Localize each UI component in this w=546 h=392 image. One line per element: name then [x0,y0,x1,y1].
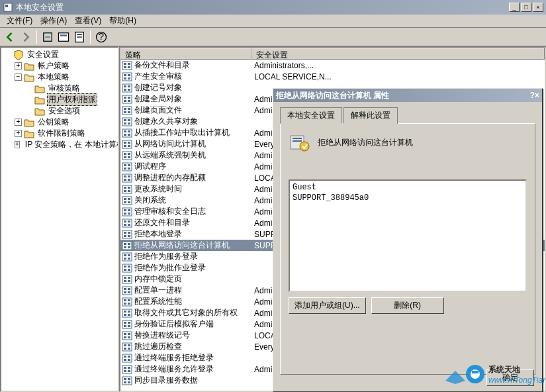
expand-icon[interactable]: + [15,141,20,148]
policy-icon [122,151,132,160]
svg-rect-151 [122,377,132,385]
svg-rect-153 [128,378,130,380]
folder-icon [34,106,45,117]
expand-icon[interactable]: + [15,130,22,137]
user-item[interactable]: SUPPORT_388945a0 [291,193,524,203]
svg-rect-102 [124,266,126,268]
collapse-icon[interactable]: − [15,74,22,81]
policy-name: 配置系统性能 [134,296,182,307]
add-user-button[interactable]: 添加用户或组(U)... [289,297,366,314]
svg-rect-142 [124,356,126,358]
policy-icon [122,219,132,228]
users-listbox[interactable]: GuestSUPPORT_388945a0 [289,179,527,292]
svg-rect-93 [128,243,130,245]
dialog-tabs: 本地安全设置 解释此设置 [280,107,535,124]
policy-icon [122,297,132,307]
svg-rect-50 [128,145,130,147]
refresh-button[interactable] [56,30,71,44]
folder-icon [34,83,45,94]
svg-rect-152 [124,378,126,380]
export-button[interactable] [40,30,55,44]
tab-local-security[interactable]: 本地安全设置 [280,107,342,124]
svg-rect-81 [122,219,132,227]
tree-account-policy[interactable]: + 帐户策略 [3,60,116,72]
policy-icon [122,241,132,250]
svg-rect-76 [122,208,132,216]
policy-icon [122,95,132,104]
svg-rect-100 [128,258,130,260]
policy-name: 关闭系统 [134,195,166,206]
expand-icon[interactable]: + [15,62,22,70]
list-row[interactable]: 产生安全审核LOCAL SERVICE,N... [120,71,545,82]
tree-ip-security[interactable]: + IP 安全策略，在 本地计算机 [3,139,116,150]
column-setting[interactable]: 安全设置 [251,48,545,60]
remove-button[interactable]: 删除(R) [371,297,444,314]
minimize-button[interactable]: _ [509,3,520,12]
policy-icon [122,275,132,284]
policy-icon [122,252,132,262]
svg-rect-20 [128,77,130,79]
svg-rect-22 [124,85,126,87]
policy-name-label: 拒绝从网络访问这台计算机 [318,137,413,148]
policy-name: 拒绝从网络访问这台计算机 [134,240,230,251]
svg-rect-28 [128,97,130,99]
svg-rect-144 [124,359,126,361]
svg-rect-75 [128,201,130,203]
tree-audit-policy[interactable]: 审核策略 [3,83,116,94]
svg-rect-36 [122,118,132,126]
svg-rect-19 [124,77,126,79]
policy-name: 替换进程级记号 [134,330,190,341]
policy-icon [122,331,132,340]
svg-rect-88 [128,232,130,234]
maximize-button[interactable]: □ [521,3,531,12]
help-button[interactable]: ? [94,30,109,44]
toolbar: ? [0,28,546,46]
svg-rect-116 [122,298,132,306]
policy-name: 调试程序 [134,161,166,172]
tree-public-key[interactable]: + 公钥策略 [3,117,116,128]
svg-rect-15 [128,66,130,68]
menu-file[interactable]: 文件(F) [3,14,36,28]
svg-rect-42 [124,130,126,132]
tree-security-options[interactable]: 安全选项 [3,105,116,117]
menu-help[interactable]: 帮助(H) [105,14,140,28]
column-policy[interactable]: 策略 [120,48,251,60]
menubar: 文件(F) 操作(A) 查看(V) 帮助(H) [0,15,546,28]
list-row[interactable]: 备份文件和目录Administrators,... [120,60,545,71]
window-titlebar: 本地安全设置 _ □ × [0,0,546,15]
tree-local-policy[interactable]: − 本地策略 [3,72,116,83]
user-item[interactable]: Guest [291,182,524,193]
tab-explain[interactable]: 解释此设置 [343,107,398,124]
svg-rect-129 [124,325,126,327]
svg-rect-130 [128,325,130,327]
policy-name: 更改系统时间 [134,183,182,195]
tree-root[interactable]: 安全设置 [3,49,116,60]
svg-rect-109 [124,280,126,282]
svg-rect-74 [124,201,126,203]
dialog-close-button[interactable]: × [535,91,539,100]
tree-software-restriction[interactable]: + 软件限制策略 [3,128,116,139]
menu-view[interactable]: 查看(V) [71,14,105,28]
svg-rect-122 [124,311,126,313]
expand-icon[interactable]: + [15,119,22,126]
back-button[interactable] [3,30,17,44]
svg-rect-55 [128,156,130,158]
close-button[interactable]: × [533,3,543,12]
svg-rect-134 [124,336,126,338]
svg-rect-25 [128,89,130,91]
svg-rect-135 [128,336,130,338]
policy-name: 身份验证后模拟客户端 [134,318,214,330]
svg-rect-63 [128,175,130,177]
svg-rect-132 [124,333,126,335]
forward-button[interactable] [19,30,33,44]
policy-name: 备份文件和目录 [134,60,190,71]
menu-operate[interactable]: 操作(A) [36,14,71,28]
tree-pane[interactable]: 安全设置 + 帐户策略 − 本地策略 审核策略 用户权利指派 [0,46,119,392]
svg-rect-103 [128,266,130,268]
tree-user-rights[interactable]: 用户权利指派 [3,94,116,105]
properties-button[interactable] [72,30,87,44]
dialog-help-button[interactable]: ? [530,91,535,100]
folder-icon [34,95,45,105]
svg-rect-121 [122,309,132,317]
svg-rect-158 [293,140,302,142]
